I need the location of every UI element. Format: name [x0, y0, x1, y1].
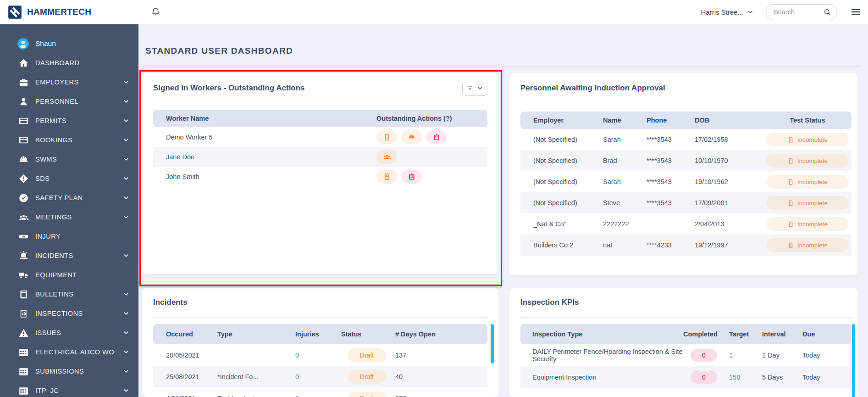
incomplete-status-badge[interactable]: Incomplete — [766, 154, 849, 168]
sidebar-item-issues[interactable]: ISSUES — [0, 323, 138, 342]
completed-count-badge[interactable]: 0 — [691, 349, 717, 362]
column-header: Test Status — [763, 117, 851, 124]
sidebar-item-swms[interactable]: SWMS — [0, 150, 138, 169]
bell-icon[interactable] — [150, 7, 161, 17]
test-status-cell: Incomplete — [763, 238, 851, 252]
sidebar-item-dashboard[interactable]: DASHBOARD — [0, 53, 138, 73]
page-title: STANDARD USER DASHBOARD — [145, 46, 293, 56]
draft-status-badge[interactable]: Draft — [348, 370, 386, 384]
incidents-scrollbar[interactable] — [491, 324, 494, 363]
id-badge-icon — [408, 173, 416, 181]
table-row: (Not Specified)Sarah****354319/10/1962In… — [520, 171, 851, 192]
incidents-card: Incidents OccuredTypeInjuriesStatus# Day… — [142, 288, 498, 397]
injuries-link[interactable]: 0 — [295, 373, 341, 380]
chevron-down-icon — [122, 387, 130, 394]
incomplete-status-badge[interactable]: Incomplete — [766, 175, 849, 189]
brand-name: HAMMERTECH — [27, 7, 91, 17]
workers-table-header: Worker NameOutstanding Actions (?) — [153, 110, 487, 127]
days-open-cell: 137 — [395, 352, 487, 359]
employer-cell: _Nat & Co" — [520, 220, 603, 228]
user-name: Shaun — [35, 39, 56, 48]
sidebar-item-label: INSPECTIONS — [35, 310, 83, 317]
sidebar-item-personnel[interactable]: PERSONNEL — [0, 92, 138, 111]
kpis-scrollbar[interactable] — [852, 324, 855, 397]
table-row: (Not Specified)Steve****354317/09/2001In… — [520, 192, 851, 213]
name-cell: 2222222 — [603, 220, 647, 228]
truck-icon — [18, 270, 29, 280]
name-cell: Brad — [603, 157, 647, 164]
column-header: Injuries — [295, 330, 341, 338]
incomplete-status-badge[interactable]: Incomplete — [766, 196, 849, 210]
action-people-icon[interactable] — [376, 150, 397, 164]
completed-count-badge[interactable]: 0 — [691, 371, 717, 384]
sidebar-item-incidents[interactable]: INCIDENTS — [0, 246, 138, 265]
sidebar-item-meetings[interactable]: MEETINGS — [0, 207, 138, 227]
card-title: Incidents — [153, 298, 188, 307]
inspection-type-cell: DAILY Perimeter Fence/Hoarding Inspectio… — [520, 348, 683, 363]
people-icon — [18, 212, 29, 223]
status-label: Incomplete — [797, 136, 828, 143]
incidents-table-header: OccuredTypeInjuriesStatus# Days Open — [153, 324, 487, 344]
chevron-down-icon — [122, 368, 130, 375]
chevron-down-icon — [122, 329, 130, 336]
target-link[interactable]: 1 — [729, 352, 762, 359]
sidebar-item-bookings[interactable]: BOOKINGS — [0, 130, 138, 150]
filter-icon — [466, 84, 474, 92]
type-cell: *Incident Fo... — [217, 373, 295, 380]
action-hardhat-icon[interactable] — [401, 130, 422, 144]
sidebar-item-equipment[interactable]: EQUIPMENT — [0, 265, 138, 285]
sidebar-item-bulletins[interactable]: BULLETINS — [0, 285, 138, 304]
search-box[interactable] — [766, 4, 837, 20]
target-link[interactable]: 150 — [729, 374, 762, 381]
sidebar-item-label: BOOKINGS — [35, 136, 72, 144]
employer-cell: (Not Specified) — [520, 199, 603, 207]
brand[interactable]: HAMMERTECH — [0, 5, 138, 19]
sidebar-item-submissions[interactable]: SUBMISSIONS — [0, 362, 138, 381]
sidebar-item-label: PERMITS — [35, 117, 66, 124]
sidebar-item-inspections[interactable]: INSPECTIONS — [0, 304, 138, 323]
sidebar-user[interactable]: Shaun — [0, 34, 138, 53]
clipboard-search-icon — [18, 308, 29, 319]
search-icon[interactable] — [823, 8, 832, 17]
injuries-link[interactable]: 0 — [295, 395, 341, 397]
column-header: DOB — [695, 117, 763, 124]
draft-status-badge[interactable]: Draft — [348, 348, 386, 362]
incomplete-status-badge[interactable]: Incomplete — [766, 238, 849, 252]
incomplete-status-badge[interactable]: Incomplete — [766, 217, 849, 231]
action-doc-lines-icon[interactable] — [376, 130, 397, 144]
name-cell: Sarah — [603, 136, 647, 143]
filter-button[interactable] — [462, 81, 487, 96]
action-doc-lines-icon[interactable] — [376, 170, 397, 184]
sidebar-item-employers[interactable]: EMPLOYERS — [0, 73, 138, 92]
project-selector[interactable]: Harris Stree... — [701, 8, 754, 16]
sidebar-item-safety-plan[interactable]: SAFETY PLAN — [0, 188, 138, 207]
days-open-cell: 273 — [395, 395, 487, 397]
action-id-badge-icon[interactable] — [401, 170, 422, 184]
sidebar-item-permits[interactable]: PERMITS — [0, 111, 138, 130]
worker-name: Demo Worker 5 — [153, 134, 376, 141]
action-id-badge-icon[interactable] — [426, 130, 447, 144]
doc-lines-icon — [787, 179, 794, 185]
user-avatar-icon — [17, 38, 29, 50]
chevron-down-icon — [122, 156, 130, 163]
grid-icon — [18, 386, 29, 396]
card-icon — [18, 116, 29, 126]
divider — [153, 317, 487, 318]
sidebar-item-injury[interactable]: INJURY — [0, 227, 138, 246]
column-header: Status — [341, 330, 395, 338]
hamburger-menu-icon[interactable] — [850, 6, 862, 18]
table-row: Jane Doe — [153, 147, 487, 167]
occured-cell: 20/05/2021 — [153, 352, 217, 359]
sidebar-item-label: EQUIPMENT — [35, 271, 77, 279]
chevron-down-icon — [122, 136, 130, 144]
table-row: Builders Co 2nat****423319/12/1997Incomp… — [520, 235, 851, 256]
name-cell: Sarah — [603, 178, 647, 185]
chevron-down-icon — [122, 310, 130, 317]
search-input[interactable] — [774, 8, 823, 16]
sidebar-item-electrical-adco-wo[interactable]: ELECTRICAL ADCO WO — [0, 342, 138, 362]
sidebar-item-itp-jc[interactable]: ITP_JC — [0, 381, 138, 397]
draft-status-badge[interactable]: Draft — [348, 391, 386, 397]
sidebar-item-sds[interactable]: SDS — [0, 169, 138, 188]
incomplete-status-badge[interactable]: Incomplete — [766, 133, 849, 146]
injuries-link[interactable]: 0 — [295, 352, 341, 359]
